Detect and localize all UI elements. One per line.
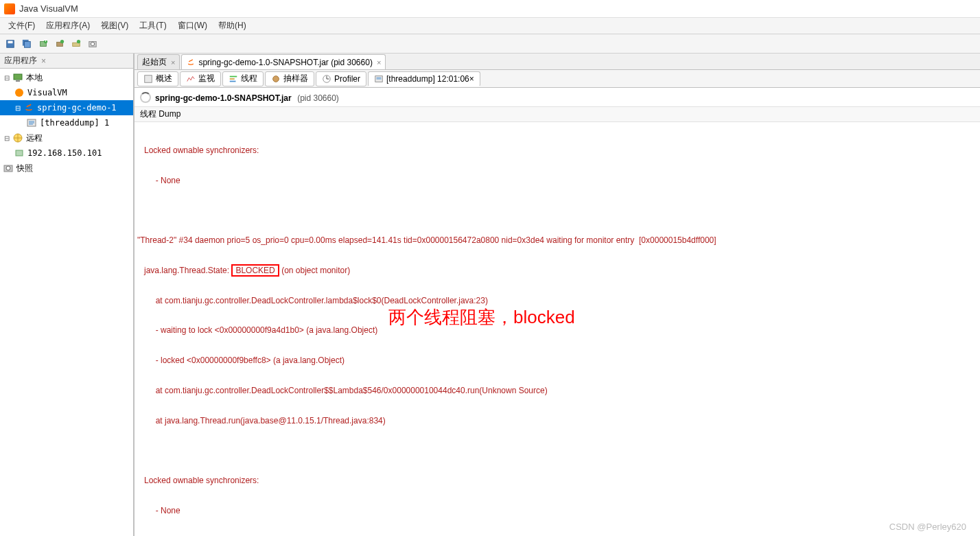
subtab-threaddump[interactable]: [threaddump] 12:01:06 × [368,71,480,86]
tree-node-remote[interactable]: ⊟ 远程 [0,130,133,145]
tree-label: 本地 [26,72,43,84]
monitor-icon [186,74,196,84]
toolbar-btn-4[interactable] [52,36,67,51]
snapshot-folder-icon [3,163,14,174]
threaddump-icon [26,117,37,128]
window-title: Java VisualVM [19,3,78,14]
sidebar-tab[interactable]: 应用程序 × [0,54,133,69]
tab-label: spring-gc-demo-1.0-SNAPSHOT.jar (pid 306… [198,58,372,67]
toolbar-btn-6[interactable] [85,36,100,51]
close-icon[interactable]: × [469,74,474,84]
tree-label: [threaddump] 1 [40,118,109,128]
tree-label: spring-gc-demo-1 [37,103,117,113]
pid-label: (pid 30660) [297,93,339,103]
tree-label: VisualVM [27,88,67,97]
tab-label: Profiler [334,74,360,84]
add-jmx-icon [71,39,81,49]
close-icon[interactable]: × [171,58,175,67]
toolbar-btn-5[interactable] [69,36,84,51]
dump-line: - None [137,504,977,518]
svg-point-8 [60,39,64,43]
svg-text:+: + [43,39,47,44]
save-all-icon [22,39,32,49]
applications-tree: ⊟ 本地 VisualVM ⊟ spring-gc-demo-1 [thread… [0,69,133,536]
subtab-sampler[interactable]: 抽样器 [265,71,314,86]
tab-label: 线程 [241,73,257,84]
sub-tabs: 概述 监视 线程 抽样器 Profiler [threaddump] 12:01… [135,70,980,88]
tree-label: 远程 [26,132,43,144]
menu-view[interactable]: 视图(V) [95,19,134,33]
tree-node-threaddump[interactable]: [threaddump] 1 [0,115,133,130]
save-icon [5,39,15,49]
main-container: 应用程序 × ⊟ 本地 VisualVM ⊟ spring-gc-demo-1 … [0,54,980,536]
annotation-text: 两个线程阻塞，blocked [388,302,575,334]
dump-line: Locked ownable synchronizers: [137,143,977,158]
tree-node-local[interactable]: ⊟ 本地 [0,70,133,85]
dump-line: at com.tianju.gc.controller.DeadLockCont… [137,384,977,398]
svg-point-12 [91,42,94,45]
visualvm-icon [14,87,25,98]
computer-icon [12,72,23,83]
collapse-icon[interactable]: ⊟ [3,73,11,82]
close-icon[interactable]: × [41,56,46,66]
dump-thread2-header: "Thread-2" #34 daemon prio=5 os_prio=0 c… [137,233,977,248]
content-header: spring-gc-demo-1.0-SNAPSHOT.jar (pid 306… [135,88,980,107]
subtab-overview[interactable]: 概述 [137,71,178,86]
loading-icon [140,92,151,103]
tree-node-visualvm[interactable]: VisualVM [0,85,133,100]
dump-line: - locked <0x00000000f9beffc8> (a java.la… [137,353,977,368]
blocked-highlight: BLOCKED [231,264,279,277]
dump-thread2-state: java.lang.Thread.State: BLOCKED (on obje… [137,264,977,278]
svg-rect-3 [25,41,31,47]
menu-file[interactable]: 文件(F) [3,19,40,33]
svg-point-10 [77,39,80,43]
toolbar-btn-2[interactable] [19,36,34,51]
overview-icon [143,74,153,84]
sampler-icon [271,74,281,84]
java-icon [23,102,34,113]
svg-rect-24 [145,75,152,82]
add-remote-icon [55,39,65,49]
tab-start-page[interactable]: 起始页 × [137,54,180,69]
editor-tabs: 起始页 × spring-gc-demo-1.0-SNAPSHOT.jar (p… [135,54,980,70]
dump-line: - None [137,174,977,188]
close-icon[interactable]: × [377,58,381,67]
menu-tools[interactable]: 工具(T) [134,19,172,33]
toolbar: + [0,34,980,54]
tree-label: 快照 [16,163,33,174]
dump-line: Locked ownable synchronizers: [137,474,977,488]
subtab-threads[interactable]: 线程 [222,71,264,86]
svg-point-15 [15,89,23,97]
section-text: 线程 Dump [140,108,180,120]
tree-node-spring-app[interactable]: ⊟ spring-gc-demo-1 [0,100,133,115]
tree-node-snapshot[interactable]: 快照 [0,161,133,176]
collapse-icon[interactable]: ⊟ [3,134,11,142]
menu-help[interactable]: 帮助(H) [213,19,252,33]
subtab-profiler[interactable]: Profiler [316,71,366,86]
dump-line [137,203,977,218]
app-name: spring-gc-demo-1.0-SNAPSHOT.jar [155,93,292,103]
java-icon [186,58,196,67]
toolbar-btn-3[interactable]: + [36,36,51,51]
toolbar-btn-1[interactable] [3,36,18,51]
sidebar: 应用程序 × ⊟ 本地 VisualVM ⊟ spring-gc-demo-1 … [0,54,135,536]
menu-app[interactable]: 应用程序(A) [40,19,95,33]
watermark: CSDN @Perley620 [889,522,966,532]
dump-line: at java.lang.Thread.run(java.base@11.0.1… [137,414,977,428]
remote-icon [12,132,23,143]
collapse-icon[interactable]: ⊟ [14,104,22,112]
tab-spring-app[interactable]: spring-gc-demo-1.0-SNAPSHOT.jar (pid 306… [181,54,386,69]
section-label: 线程 Dump [135,107,980,122]
add-local-icon: + [38,39,48,49]
titlebar: Java VisualVM [0,0,980,18]
dump-line [137,443,977,458]
subtab-monitor[interactable]: 监视 [180,71,221,86]
svg-point-23 [6,166,10,170]
profiler-icon [322,74,331,84]
sidebar-tab-label: 应用程序 [4,55,37,67]
content-area: 起始页 × spring-gc-demo-1.0-SNAPSHOT.jar (p… [135,54,980,536]
threaddump-icon [374,74,384,84]
menu-window[interactable]: 窗口(W) [172,19,213,33]
thread-dump-content[interactable]: Locked ownable synchronizers: - None "Th… [135,122,980,536]
tree-node-remote-host[interactable]: 192.168.150.101 [0,145,133,161]
